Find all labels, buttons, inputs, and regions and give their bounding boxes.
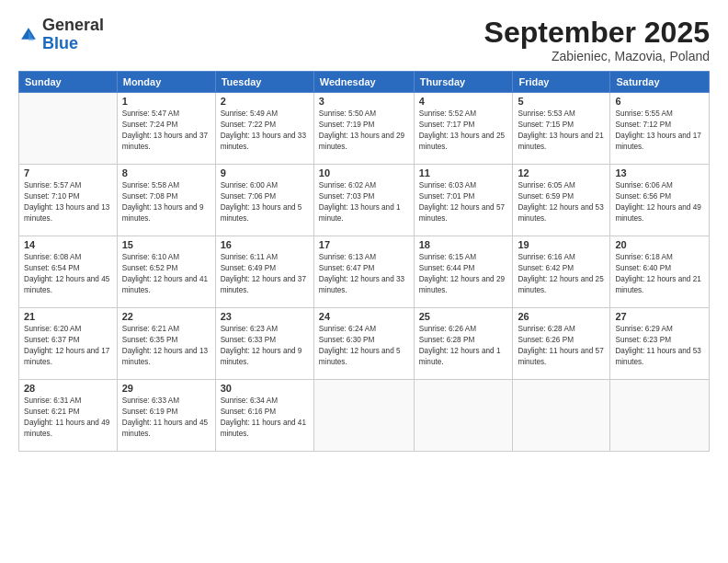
day-detail: Sunrise: 6:29 AMSunset: 6:23 PMDaylight:… (615, 324, 704, 368)
day-number: 12 (518, 167, 605, 178)
day-number: 9 (221, 167, 309, 178)
logo-icon (18, 25, 39, 45)
logo-general-text: General (42, 16, 104, 34)
calendar-cell: 13Sunrise: 6:06 AMSunset: 6:56 PMDayligh… (610, 165, 710, 236)
day-number: 30 (221, 383, 309, 394)
day-number: 11 (419, 167, 508, 178)
day-number: 29 (122, 383, 210, 394)
day-detail: Sunrise: 5:49 AMSunset: 7:22 PMDaylight:… (221, 109, 309, 153)
calendar-cell: 1Sunrise: 5:47 AMSunset: 7:24 PMDaylight… (117, 93, 215, 165)
day-number: 16 (221, 239, 309, 250)
week-row-3: 14Sunrise: 6:08 AMSunset: 6:54 PMDayligh… (19, 236, 710, 308)
location-subtitle: Zabieniec, Mazovia, Poland (484, 49, 710, 63)
day-detail: Sunrise: 6:33 AMSunset: 6:19 PMDaylight:… (122, 396, 210, 440)
day-number: 27 (615, 311, 704, 322)
day-detail: Sunrise: 5:58 AMSunset: 7:08 PMDaylight:… (122, 180, 210, 224)
day-number: 17 (319, 239, 409, 250)
day-number: 22 (122, 311, 210, 322)
calendar-cell: 8Sunrise: 5:58 AMSunset: 7:08 PMDaylight… (117, 165, 215, 236)
calendar-cell: 21Sunrise: 6:20 AMSunset: 6:37 PMDayligh… (19, 308, 118, 380)
calendar-header-row: SundayMondayTuesdayWednesdayThursdayFrid… (19, 72, 710, 93)
page-header: General Blue September 2025 Zabieniec, M… (18, 17, 710, 63)
calendar-cell: 18Sunrise: 6:15 AMSunset: 6:44 PMDayligh… (414, 236, 513, 308)
calendar-cell: 11Sunrise: 6:03 AMSunset: 7:01 PMDayligh… (414, 165, 513, 236)
day-detail: Sunrise: 6:18 AMSunset: 6:40 PMDaylight:… (615, 252, 704, 296)
day-detail: Sunrise: 6:24 AMSunset: 6:30 PMDaylight:… (319, 324, 409, 368)
day-number: 6 (615, 96, 704, 107)
calendar-cell: 4Sunrise: 5:52 AMSunset: 7:17 PMDaylight… (414, 93, 513, 165)
day-detail: Sunrise: 6:02 AMSunset: 7:03 PMDaylight:… (319, 180, 409, 224)
calendar-cell: 16Sunrise: 6:11 AMSunset: 6:49 PMDayligh… (215, 236, 313, 308)
day-number: 25 (419, 311, 508, 322)
calendar-cell: 14Sunrise: 6:08 AMSunset: 6:54 PMDayligh… (19, 236, 118, 308)
calendar-cell: 17Sunrise: 6:13 AMSunset: 6:47 PMDayligh… (313, 236, 414, 308)
day-detail: Sunrise: 6:20 AMSunset: 6:37 PMDaylight:… (24, 324, 112, 368)
month-title: September 2025 (484, 17, 710, 49)
calendar-header-wednesday: Wednesday (313, 72, 414, 93)
calendar-cell: 3Sunrise: 5:50 AMSunset: 7:19 PMDaylight… (313, 93, 414, 165)
day-detail: Sunrise: 6:06 AMSunset: 6:56 PMDaylight:… (615, 180, 704, 224)
day-detail: Sunrise: 5:53 AMSunset: 7:15 PMDaylight:… (518, 109, 605, 153)
day-number: 28 (24, 383, 112, 394)
day-number: 21 (24, 311, 112, 322)
day-detail: Sunrise: 6:11 AMSunset: 6:49 PMDaylight:… (221, 252, 309, 296)
day-number: 7 (24, 167, 112, 178)
logo: General Blue (18, 17, 104, 53)
day-detail: Sunrise: 5:55 AMSunset: 7:12 PMDaylight:… (615, 109, 704, 153)
day-detail: Sunrise: 6:21 AMSunset: 6:35 PMDaylight:… (122, 324, 210, 368)
calendar-cell: 25Sunrise: 6:26 AMSunset: 6:28 PMDayligh… (414, 308, 513, 380)
day-detail: Sunrise: 6:23 AMSunset: 6:33 PMDaylight:… (221, 324, 309, 368)
day-detail: Sunrise: 6:34 AMSunset: 6:16 PMDaylight:… (221, 396, 309, 440)
calendar-cell: 6Sunrise: 5:55 AMSunset: 7:12 PMDaylight… (610, 93, 710, 165)
calendar-cell: 2Sunrise: 5:49 AMSunset: 7:22 PMDaylight… (215, 93, 313, 165)
calendar-table: SundayMondayTuesdayWednesdayThursdayFrid… (18, 71, 710, 452)
day-detail: Sunrise: 5:52 AMSunset: 7:17 PMDaylight:… (419, 109, 508, 153)
day-detail: Sunrise: 6:15 AMSunset: 6:44 PMDaylight:… (419, 252, 508, 296)
calendar-cell: 10Sunrise: 6:02 AMSunset: 7:03 PMDayligh… (313, 165, 414, 236)
calendar-cell: 5Sunrise: 5:53 AMSunset: 7:15 PMDaylight… (513, 93, 610, 165)
day-number: 3 (319, 96, 409, 107)
day-detail: Sunrise: 6:00 AMSunset: 7:06 PMDaylight:… (221, 180, 309, 224)
title-block: September 2025 Zabieniec, Mazovia, Polan… (484, 17, 710, 63)
calendar-cell: 28Sunrise: 6:31 AMSunset: 6:21 PMDayligh… (19, 380, 118, 452)
day-number: 14 (24, 239, 112, 250)
day-detail: Sunrise: 5:57 AMSunset: 7:10 PMDaylight:… (24, 180, 112, 224)
calendar-header-monday: Monday (117, 72, 215, 93)
day-number: 5 (518, 96, 605, 107)
calendar-cell: 23Sunrise: 6:23 AMSunset: 6:33 PMDayligh… (215, 308, 313, 380)
calendar-cell (414, 380, 513, 452)
day-number: 10 (319, 167, 409, 178)
week-row-4: 21Sunrise: 6:20 AMSunset: 6:37 PMDayligh… (19, 308, 710, 380)
week-row-1: 1Sunrise: 5:47 AMSunset: 7:24 PMDaylight… (19, 93, 710, 165)
calendar-cell (610, 380, 710, 452)
day-detail: Sunrise: 6:10 AMSunset: 6:52 PMDaylight:… (122, 252, 210, 296)
day-detail: Sunrise: 6:03 AMSunset: 7:01 PMDaylight:… (419, 180, 508, 224)
day-number: 26 (518, 311, 605, 322)
day-number: 24 (319, 311, 409, 322)
calendar-cell: 30Sunrise: 6:34 AMSunset: 6:16 PMDayligh… (215, 380, 313, 452)
day-number: 23 (221, 311, 309, 322)
calendar-cell: 26Sunrise: 6:28 AMSunset: 6:26 PMDayligh… (513, 308, 610, 380)
week-row-2: 7Sunrise: 5:57 AMSunset: 7:10 PMDaylight… (19, 165, 710, 236)
calendar-cell: 27Sunrise: 6:29 AMSunset: 6:23 PMDayligh… (610, 308, 710, 380)
calendar-cell: 19Sunrise: 6:16 AMSunset: 6:42 PMDayligh… (513, 236, 610, 308)
calendar-header-tuesday: Tuesday (215, 72, 313, 93)
calendar-cell: 9Sunrise: 6:00 AMSunset: 7:06 PMDaylight… (215, 165, 313, 236)
day-detail: Sunrise: 6:26 AMSunset: 6:28 PMDaylight:… (419, 324, 508, 368)
day-number: 13 (615, 167, 704, 178)
calendar-cell: 29Sunrise: 6:33 AMSunset: 6:19 PMDayligh… (117, 380, 215, 452)
calendar-cell: 15Sunrise: 6:10 AMSunset: 6:52 PMDayligh… (117, 236, 215, 308)
calendar-cell (513, 380, 610, 452)
logo-blue-text: Blue (42, 34, 78, 52)
calendar-cell: 20Sunrise: 6:18 AMSunset: 6:40 PMDayligh… (610, 236, 710, 308)
calendar-cell (19, 93, 118, 165)
day-detail: Sunrise: 6:31 AMSunset: 6:21 PMDaylight:… (24, 396, 112, 440)
calendar-cell: 22Sunrise: 6:21 AMSunset: 6:35 PMDayligh… (117, 308, 215, 380)
week-row-5: 28Sunrise: 6:31 AMSunset: 6:21 PMDayligh… (19, 380, 710, 452)
day-number: 18 (419, 239, 508, 250)
calendar-cell: 12Sunrise: 6:05 AMSunset: 6:59 PMDayligh… (513, 165, 610, 236)
day-detail: Sunrise: 6:13 AMSunset: 6:47 PMDaylight:… (319, 252, 409, 296)
calendar-cell: 7Sunrise: 5:57 AMSunset: 7:10 PMDaylight… (19, 165, 118, 236)
calendar-header-sunday: Sunday (19, 72, 118, 93)
day-detail: Sunrise: 6:05 AMSunset: 6:59 PMDaylight:… (518, 180, 605, 224)
